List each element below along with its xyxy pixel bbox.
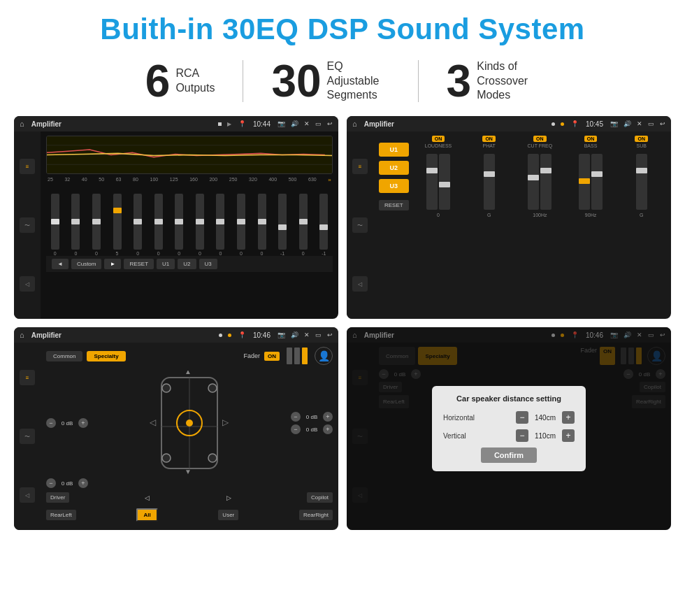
specialty-tab[interactable]: Specialty	[87, 351, 125, 361]
eq-thumb-14[interactable]	[319, 224, 328, 230]
eq-slider-7[interactable]: 0	[170, 194, 188, 256]
eq-slider-5[interactable]: 0	[129, 194, 147, 256]
eq-slider-10[interactable]: 0	[232, 194, 250, 256]
eq-track-11[interactable]	[258, 194, 266, 250]
eq-sidebar-speaker-icon[interactable]: ◁	[20, 276, 35, 292]
common-tab[interactable]: Common	[46, 351, 82, 361]
copilot-btn[interactable]: Copilot	[307, 492, 333, 503]
eq-track-12[interactable]	[278, 194, 287, 250]
eq-thumb-8[interactable]	[196, 219, 204, 224]
fader-slider-1[interactable]	[287, 348, 292, 364]
eq-track-2[interactable]	[71, 194, 80, 250]
eq-track-7[interactable]	[175, 194, 183, 250]
dialog-vertical-plus[interactable]: +	[562, 429, 575, 442]
eq-thumb-9[interactable]	[216, 219, 224, 224]
eq-thumb-4[interactable]	[113, 208, 122, 213]
crossover-reset-btn[interactable]: RESET	[379, 200, 409, 210]
phat-thumb-1[interactable]	[484, 171, 495, 177]
db-minus-tl[interactable]: −	[46, 418, 56, 428]
db-minus-br[interactable]: −	[291, 424, 301, 434]
eq-track-3[interactable]	[92, 194, 101, 250]
fader-slider-3[interactable]	[302, 348, 308, 364]
freq-arrow[interactable]: »	[328, 177, 331, 183]
eq-sidebar-wave-icon[interactable]: 〜	[20, 217, 35, 233]
eq-custom-btn[interactable]: Custom	[71, 259, 102, 269]
u1-btn[interactable]: U1	[379, 143, 409, 157]
eq-slider-9[interactable]: 0	[212, 194, 230, 256]
eq-slider-2[interactable]: 0	[67, 194, 85, 256]
loudness-track-1[interactable]	[426, 154, 438, 210]
db-minus-tr[interactable]: −	[291, 412, 301, 422]
bass-track-2[interactable]	[591, 154, 603, 210]
crossover-sidebar-eq-icon[interactable]: ≡	[352, 159, 368, 174]
loudness-track-2[interactable]	[439, 154, 450, 210]
bass-thumb-1[interactable]	[579, 178, 590, 184]
eq-u3-btn[interactable]: U3	[199, 259, 217, 269]
eq-thumb-6[interactable]	[154, 219, 163, 224]
rear-right-btn[interactable]: RearRight	[299, 510, 333, 520]
dialog-horizontal-plus[interactable]: +	[562, 411, 575, 424]
sub-track-1[interactable]	[636, 154, 647, 210]
eq-slider-1[interactable]: 0	[46, 194, 64, 256]
eq-u1-btn[interactable]: U1	[157, 259, 175, 269]
eq-slider-11[interactable]: 0	[253, 194, 271, 256]
confirm-button[interactable]: Confirm	[481, 447, 537, 463]
driver-btn[interactable]: Driver	[46, 492, 69, 503]
db-plus-tl[interactable]: +	[78, 418, 88, 428]
eq-slider-6[interactable]: 0	[150, 194, 168, 256]
dialog-vertical-minus[interactable]: −	[516, 429, 528, 442]
eq-thumb-13[interactable]	[299, 219, 308, 224]
rear-left-btn[interactable]: RearLeft	[46, 510, 76, 520]
fader-slider-2[interactable]	[294, 348, 300, 364]
eq-slider-14[interactable]: -1	[315, 194, 333, 256]
eq-thumb-2[interactable]	[71, 219, 80, 224]
eq-thumb-7[interactable]	[175, 219, 183, 224]
all-btn[interactable]: All	[136, 508, 157, 522]
db-plus-bl[interactable]: +	[78, 478, 88, 488]
bass-track-1[interactable]	[579, 154, 590, 210]
db-plus-tr[interactable]: +	[323, 412, 333, 422]
db-plus-br[interactable]: +	[323, 424, 333, 434]
eq-u2-btn[interactable]: U2	[178, 259, 196, 269]
eq-slider-12[interactable]: -1	[273, 194, 291, 256]
cutfreq-track-1[interactable]	[528, 154, 539, 210]
fader-sidebar-speaker-icon[interactable]: ◁	[20, 487, 35, 503]
eq-track-10[interactable]	[237, 194, 245, 250]
cutfreq-thumb-1[interactable]	[528, 175, 539, 180]
eq-track-4[interactable]	[113, 194, 122, 250]
sub-thumb-1[interactable]	[636, 168, 647, 173]
eq-slider-4[interactable]: 5	[108, 194, 127, 256]
eq-thumb-5[interactable]	[134, 219, 142, 224]
eq-thumb-3[interactable]	[92, 219, 101, 224]
eq-sidebar-eq-icon[interactable]: ≡	[20, 159, 35, 174]
eq-track-8[interactable]	[196, 194, 204, 250]
eq-track-14[interactable]	[319, 194, 328, 250]
eq-track-5[interactable]	[134, 194, 142, 250]
eq-slider-13[interactable]: 0	[294, 194, 312, 256]
dialog-horizontal-minus[interactable]: −	[516, 411, 528, 424]
eq-thumb-11[interactable]	[258, 219, 266, 224]
u3-btn[interactable]: U3	[379, 179, 409, 193]
crossover-sidebar-wave-icon[interactable]: 〜	[352, 217, 368, 233]
eq-prev-btn[interactable]: ◄	[52, 259, 68, 269]
eq-track-9[interactable]	[216, 194, 224, 250]
u2-btn[interactable]: U2	[379, 161, 409, 175]
eq-thumb-12[interactable]	[278, 224, 287, 230]
loudness-thumb-1[interactable]	[426, 168, 438, 173]
phat-track-1[interactable]	[484, 154, 495, 210]
cutfreq-track-2[interactable]	[540, 154, 551, 210]
eq-play-btn[interactable]: ►	[104, 259, 121, 269]
db-minus-bl[interactable]: −	[46, 478, 56, 488]
eq-thumb-1[interactable]	[51, 219, 59, 224]
fader-sidebar-wave-icon[interactable]: 〜	[20, 429, 35, 444]
cutfreq-thumb-2[interactable]	[540, 168, 551, 173]
eq-reset-btn[interactable]: RESET	[124, 259, 154, 269]
crossover-sidebar-speaker-icon[interactable]: ◁	[352, 276, 368, 292]
eq-track-13[interactable]	[299, 194, 308, 250]
user-btn[interactable]: User	[218, 510, 238, 520]
eq-slider-3[interactable]: 0	[87, 194, 106, 256]
eq-track-1[interactable]	[51, 194, 59, 250]
bass-thumb-2[interactable]	[591, 171, 603, 177]
eq-track-6[interactable]	[154, 194, 163, 250]
fader-sidebar-eq-icon[interactable]: ≡	[20, 370, 35, 385]
